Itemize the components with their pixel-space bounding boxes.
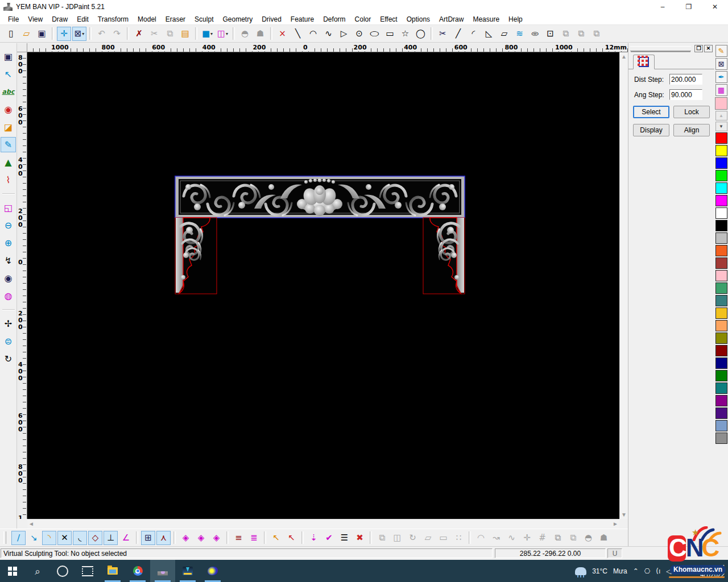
- trim-scissors[interactable]: ✂: [436, 27, 450, 41]
- dist-step-input[interactable]: [669, 74, 702, 85]
- toolbar-grip[interactable]: [3, 531, 6, 544]
- panel-grip[interactable]: [630, 46, 691, 51]
- shield-small[interactable]: ☗: [597, 531, 611, 545]
- color-swatch-blue[interactable]: [715, 157, 727, 169]
- menu-deform[interactable]: Deform: [318, 14, 350, 24]
- drop-to-plane[interactable]: ⇣: [307, 531, 321, 545]
- snap-grid[interactable]: ⊞: [141, 531, 155, 545]
- menu-model[interactable]: Model: [133, 14, 161, 24]
- snap-arc-corner[interactable]: ◟: [73, 531, 87, 545]
- delete-all[interactable]: ✖: [353, 531, 367, 545]
- menu-drived[interactable]: Drived: [257, 14, 286, 24]
- task-view-button[interactable]: [75, 560, 100, 582]
- offset-rect[interactable]: ▱: [497, 27, 511, 41]
- snap-perpendicular[interactable]: ⊥: [104, 531, 118, 545]
- menu-measure[interactable]: Measure: [468, 14, 504, 24]
- display-button[interactable]: Display: [633, 124, 669, 136]
- scroll-left-arrow[interactable]: ◄: [27, 519, 35, 528]
- overlap-a[interactable]: ⧉: [551, 531, 565, 545]
- color-swatch-sandy[interactable]: [715, 320, 727, 331]
- cortana-button[interactable]: [50, 560, 75, 582]
- plane-xy[interactable]: ◈: [179, 531, 193, 545]
- color-swatch-maroon[interactable]: [715, 345, 727, 356]
- crossed-box-tool[interactable]: ⊠: [715, 58, 727, 70]
- color-swatch-pink[interactable]: [715, 270, 727, 281]
- draw-curve[interactable]: ∿: [321, 27, 336, 41]
- color-swatch-magenta[interactable]: [715, 195, 727, 206]
- menu-view[interactable]: View: [23, 14, 47, 24]
- fit-arc[interactable]: ◠: [474, 531, 488, 545]
- pan-view[interactable]: ✢: [1, 316, 16, 331]
- select-button[interactable]: Select: [633, 106, 669, 118]
- array-shear[interactable]: ▱: [421, 531, 435, 545]
- engraver-app-button[interactable]: [175, 560, 200, 582]
- array-copy[interactable]: ⧉: [375, 531, 389, 545]
- draw-point[interactable]: ×: [275, 27, 289, 41]
- align-button[interactable]: Align: [673, 124, 710, 136]
- shield-view[interactable]: ☗: [253, 27, 267, 41]
- panel-close-button[interactable]: ✕: [704, 45, 713, 52]
- horizontal-scrollbar[interactable]: ◄ ►: [27, 519, 619, 528]
- pencil-tool[interactable]: ✎: [715, 45, 727, 57]
- palette-tool[interactable]: ▦: [715, 84, 727, 96]
- file-explorer-button[interactable]: [100, 560, 125, 582]
- new-file[interactable]: ▯: [4, 27, 18, 41]
- crosshair-toggle[interactable]: ✛: [57, 27, 71, 41]
- design-app-button[interactable]: [200, 560, 225, 582]
- color-swatch-brick[interactable]: [715, 257, 727, 269]
- menu-color[interactable]: Color: [350, 14, 376, 24]
- menu-artdraw[interactable]: ArtDraw: [435, 14, 468, 24]
- ring[interactable]: ◎: [528, 27, 542, 41]
- scroll-down-arrow[interactable]: ▼: [620, 510, 628, 519]
- snap-corner[interactable]: ◝: [42, 531, 56, 545]
- menu-eraser[interactable]: Eraser: [161, 14, 190, 24]
- weather-temp[interactable]: 31°C: [592, 567, 607, 575]
- copy-offset-3[interactable]: ⧉: [589, 27, 603, 41]
- node-edit[interactable]: ↖: [1, 66, 16, 82]
- color-swatch-red[interactable]: [715, 132, 727, 144]
- draw-arc[interactable]: ◠: [306, 27, 320, 41]
- search-button[interactable]: ⌕: [25, 560, 50, 582]
- vertical-scrollbar[interactable]: ▲ ▼: [619, 52, 628, 519]
- zoom-in[interactable]: ⊕: [1, 235, 16, 251]
- drawing-canvas[interactable]: [27, 52, 619, 519]
- undo[interactable]: ↶: [94, 27, 109, 41]
- draw-oval[interactable]: ◯: [413, 27, 428, 41]
- render-solid[interactable]: ■▾: [200, 27, 214, 41]
- check-curve[interactable]: ✔: [322, 531, 336, 545]
- snap-tangent[interactable]: ∠: [119, 531, 133, 545]
- view-eye[interactable]: ◉: [1, 271, 16, 286]
- close-button[interactable]: ✕: [702, 0, 728, 14]
- concentric[interactable]: ⊡: [543, 27, 557, 41]
- chamfer[interactable]: ◺: [482, 27, 496, 41]
- scroll-colors-down-button[interactable]: ▼: [715, 122, 727, 131]
- draw-circle[interactable]: ⊙: [352, 27, 366, 41]
- zoom-1-1[interactable]: ⊜: [1, 334, 16, 349]
- rotate-view[interactable]: ↻: [1, 351, 16, 367]
- current-color-swatch[interactable]: [715, 97, 727, 110]
- copy-offset-1[interactable]: ⧉: [559, 27, 573, 41]
- scroll-right-arrow[interactable]: ►: [611, 519, 619, 528]
- zoom-window[interactable]: ◱: [1, 200, 16, 215]
- plane-yz[interactable]: ◈: [194, 531, 208, 545]
- nc-drill-tool[interactable]: ⌇: [1, 172, 16, 188]
- weather-condition[interactable]: Mưa: [613, 567, 627, 575]
- ang-step-input[interactable]: [669, 89, 702, 100]
- select-transform[interactable]: ▣: [1, 49, 16, 64]
- menu-feature[interactable]: Feature: [286, 14, 318, 24]
- color-swatch-yellow[interactable]: [715, 145, 727, 156]
- fill-tool[interactable]: ◪: [1, 119, 16, 135]
- draw-line[interactable]: ╲: [291, 27, 305, 41]
- minimize-button[interactable]: –: [650, 0, 676, 14]
- menu-help[interactable]: Help: [504, 14, 527, 24]
- redraw[interactable]: ↯: [1, 253, 16, 268]
- fillet[interactable]: ◜: [466, 27, 481, 41]
- render-wireframe[interactable]: ◫▾: [216, 27, 230, 41]
- color-swatch-cyan[interactable]: [715, 182, 727, 194]
- color-swatch-lime[interactable]: [715, 170, 727, 181]
- fit-curve[interactable]: ↝: [489, 531, 503, 545]
- dome-view[interactable]: ◓: [238, 27, 252, 41]
- snap-endpoint[interactable]: ∕: [11, 531, 26, 545]
- snap-axis[interactable]: ⋏: [156, 531, 171, 545]
- color-swatch-gold[interactable]: [715, 307, 727, 319]
